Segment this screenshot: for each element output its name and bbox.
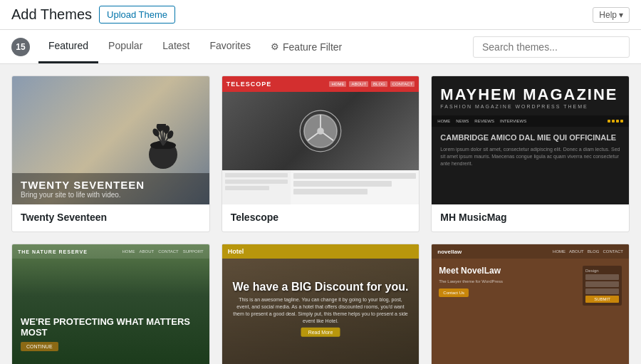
novellaw-form-field (585, 281, 619, 287)
nature-nav-item: SUPPORT (183, 249, 204, 254)
hotel-subtext: This is an awesome tagline. You can chan… (231, 296, 409, 324)
search-area (473, 36, 630, 58)
telescope-nav-item: ABOUT (349, 81, 368, 87)
novellaw-logo: novellaw (437, 249, 462, 255)
theme-count-badge: 15 (11, 38, 30, 56)
musicmag-content: CAMBRIDGE AMICO DAL MIE QUI OFFICINALE L… (432, 127, 629, 173)
mercedes-icon (299, 110, 342, 152)
novellaw-nav-item: CONTACT (603, 249, 623, 254)
svg-point-17 (317, 128, 324, 135)
novellaw-header: novellaw HOME ABOUT BLOG CONTACT (432, 244, 629, 259)
tab-featured[interactable]: Featured (38, 30, 98, 63)
top-bar: Add Themes Upload Theme Help ▾ (0, 0, 641, 30)
theme-card-twenty-seventeen[interactable]: TWENTY SEVENTEEN Bring your site to life… (11, 76, 210, 232)
telescope-header: TELESCOPE HOME ABOUT BLOG CONTACT (222, 76, 419, 92)
thumb-nature: THE NATURE RESERVE HOME ABOUT CONTACT SU… (12, 244, 209, 364)
theme-info-musicmag: MH MusicMag (432, 204, 629, 232)
novellaw-form-label: Design (585, 269, 619, 273)
musicmag-title-area: MAYHEM MAGAZINE FASHION MAGAZINE WORDPRE… (432, 76, 629, 113)
telescope-nav: HOME ABOUT BLOG CONTACT (329, 81, 415, 87)
musicmag-nav-item: HOME (437, 119, 450, 123)
theme-name-telescope: Telescope (231, 212, 411, 223)
telescope-nav-item: HOME (329, 81, 346, 87)
hotel-header: Hotel (222, 244, 419, 259)
theme-card-novellaw[interactable]: novellaw HOME ABOUT BLOG CONTACT Meet No… (431, 244, 630, 364)
help-button[interactable]: Help ▾ (593, 7, 630, 23)
page-title: Add Themes (11, 6, 92, 23)
telescope-hero (222, 92, 419, 170)
nature-nav: HOME ABOUT CONTACT SUPPORT (123, 249, 204, 254)
musicmag-nav-item: NEWS (456, 119, 469, 123)
theme-thumbnail-nature: THE NATURE RESERVE HOME ABOUT CONTACT SU… (12, 244, 209, 364)
telescope-main (291, 170, 419, 204)
nav-bar: 15 Featured Popular Latest Favorites ⚙ F… (0, 30, 641, 64)
theme-thumbnail-novellaw: novellaw HOME ABOUT BLOG CONTACT Meet No… (432, 244, 629, 364)
search-input[interactable] (473, 36, 630, 58)
thumb-musicmag: MAYHEM MAGAZINE FASHION MAGAZINE WORDPRE… (432, 76, 629, 204)
musicmag-article-text: Lorem ipsum dolor sit amet, consectetur … (440, 146, 620, 167)
novellaw-nav-item: ABOUT (569, 249, 584, 254)
nav-left: 15 Featured Popular Latest Favorites ⚙ F… (11, 30, 352, 63)
tab-latest[interactable]: Latest (152, 30, 199, 63)
nature-logo: THE NATURE RESERVE (18, 249, 88, 254)
theme-card-musicmag[interactable]: MAYHEM MAGAZINE FASHION MAGAZINE WORDPRE… (431, 76, 630, 232)
musicmag-article-heading: CAMBRIDGE AMICO DAL MIE QUI OFFICINALE (440, 132, 620, 143)
musicmag-nav-item: INTERVIEWS (500, 119, 526, 123)
nature-nav-item: HOME (123, 249, 135, 254)
musicmag-main-title: MAYHEM MAGAZINE (440, 87, 620, 103)
novellaw-subtext: The Lawyer theme for WordPress (439, 279, 577, 284)
thumb-novellaw: novellaw HOME ABOUT BLOG CONTACT Meet No… (432, 244, 629, 364)
feature-filter-label: Feature Filter (283, 41, 342, 53)
musicmag-nav: HOME NEWS REVIEWS INTERVIEWS (432, 115, 629, 127)
themes-grid: TWENTY SEVENTEEN Bring your site to life… (0, 64, 641, 364)
telescope-nav-item: CONTACT (390, 81, 415, 87)
theme-thumbnail-twenty-seventeen: TWENTY SEVENTEEN Bring your site to life… (12, 76, 209, 204)
musicmag-dots (608, 120, 623, 123)
hotel-hero-content: We have a BIG Discount for you. This is … (231, 280, 409, 337)
telescope-nav-item: BLOG (371, 81, 387, 87)
feature-filter[interactable]: ⚙ Feature Filter (261, 31, 352, 63)
novellaw-nav-item: BLOG (588, 249, 600, 254)
hotel-logo: Hotel (228, 248, 244, 255)
theme-card-telescope[interactable]: TELESCOPE HOME ABOUT BLOG CONTACT (222, 76, 420, 232)
top-bar-left: Add Themes Upload Theme (11, 6, 175, 24)
seventeen-overlay: TWENTY SEVENTEEN Bring your site to life… (12, 173, 209, 204)
theme-info-telescope: Telescope (222, 204, 419, 232)
novellaw-form-field (585, 288, 619, 294)
theme-thumbnail-hotel: Hotel We have a BIG Discount for you. Th… (222, 244, 419, 364)
theme-card-nature[interactable]: THE NATURE RESERVE HOME ABOUT CONTACT SU… (11, 244, 210, 364)
help-label: Help (599, 10, 617, 20)
hotel-headline: We have a BIG Discount for you. (231, 280, 409, 293)
nature-nav-item: ABOUT (140, 249, 155, 254)
seventeen-title: TWENTY SEVENTEEN (21, 179, 201, 191)
theme-thumbnail-telescope: TELESCOPE HOME ABOUT BLOG CONTACT (222, 76, 419, 204)
nature-nav-item: CONTACT (158, 249, 179, 254)
telescope-sidebar (222, 170, 291, 204)
musicmag-nav-item: REVIEWS (474, 119, 494, 123)
tab-popular[interactable]: Popular (98, 30, 152, 63)
theme-name-musicmag: MH MusicMag (440, 212, 620, 223)
thumb-telescope: TELESCOPE HOME ABOUT BLOG CONTACT (222, 76, 419, 204)
gear-icon: ⚙ (271, 41, 279, 52)
upload-theme-button[interactable]: Upload Theme (99, 6, 175, 24)
nature-tagline: WE'RE PROTECTING WHAT MATTERS MOST (21, 316, 201, 338)
nature-hero-text: WE'RE PROTECTING WHAT MATTERS MOST CONTI… (21, 316, 201, 351)
novellaw-submit: SUBMIT (585, 296, 619, 303)
thumb-hotel: Hotel We have a BIG Discount for you. Th… (222, 244, 419, 364)
theme-name-seventeen: Twenty Seventeen (21, 212, 201, 223)
theme-thumbnail-musicmag: MAYHEM MAGAZINE FASHION MAGAZINE WORDPRE… (432, 76, 629, 204)
novellaw-nav: HOME ABOUT BLOG CONTACT (553, 249, 623, 254)
novellaw-left: Meet NovelLaw The Lawyer theme for WordP… (439, 266, 577, 306)
nature-cta: CONTINUE (21, 342, 58, 351)
novellaw-heading: Meet NovelLaw (439, 266, 577, 276)
nav-tabs: Featured Popular Latest Favorites ⚙ Feat… (38, 30, 352, 63)
telescope-logo: TELESCOPE (226, 80, 272, 88)
tab-favorites[interactable]: Favorites (199, 30, 261, 63)
telescope-content (222, 170, 419, 204)
novellaw-contact-btn: Contact Us (439, 288, 469, 297)
musicmag-subtitle: FASHION MAGAZINE WORDPRESS THEME (440, 104, 620, 109)
theme-card-hotel[interactable]: Hotel We have a BIG Discount for you. Th… (222, 244, 420, 364)
novellaw-nav-item: HOME (553, 249, 566, 254)
chevron-down-icon: ▾ (619, 10, 623, 20)
thumb-seventeen: TWENTY SEVENTEEN Bring your site to life… (12, 76, 209, 204)
